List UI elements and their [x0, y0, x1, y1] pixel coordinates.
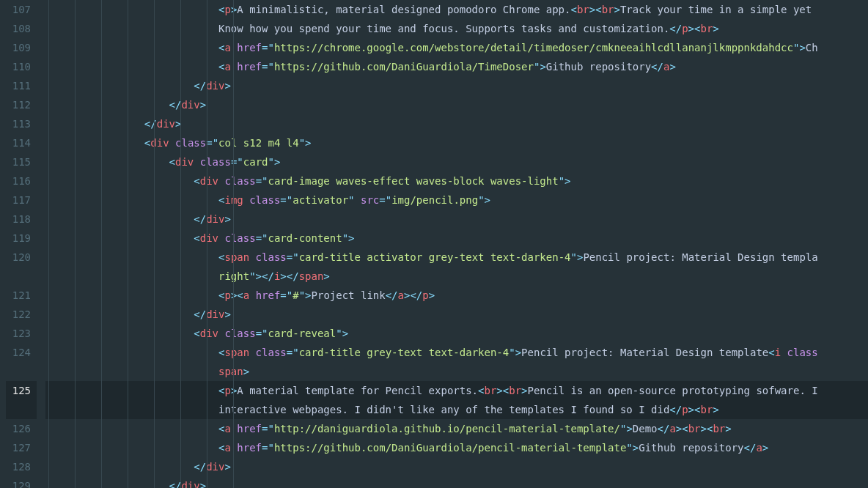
token-p: <: [194, 328, 199, 339]
code-line[interactable]: </div>: [45, 305, 868, 324]
code-line[interactable]: <div class="card">: [45, 152, 868, 171]
code-line[interactable]: </div>: [45, 457, 868, 476]
code-line[interactable]: <div class="col s12 m4 l4">: [45, 133, 868, 152]
line-number[interactable]: 116: [6, 171, 37, 191]
token-p: ": [626, 442, 632, 454]
code-line[interactable]: </div>: [45, 95, 868, 114]
line-number[interactable]: 123: [6, 324, 37, 343]
token-p: ": [268, 156, 274, 168]
token-t: a: [224, 423, 230, 435]
token-p: </: [658, 423, 670, 435]
code-line[interactable]: <a href="https://chrome.google.com/webst…: [45, 38, 868, 57]
code-line[interactable]: <span class="card-title activator grey-t…: [45, 248, 868, 267]
code-area[interactable]: <p>A minimalistic, material designed pom…: [43, 0, 868, 488]
indent: [45, 42, 218, 53]
line-number[interactable]: 122: [6, 305, 37, 324]
token-p: </: [194, 461, 206, 473]
token-a: class: [787, 347, 818, 358]
token-s: activator: [293, 194, 348, 206]
code-line[interactable]: </div>: [45, 476, 868, 488]
token-t: br: [485, 385, 497, 396]
code-line[interactable]: </div>: [45, 114, 868, 133]
line-number[interactable]: 107: [6, 0, 37, 19]
code-editor[interactable]: 1071081091101111121131141151161171181191…: [0, 0, 868, 488]
token-p: >: [200, 99, 206, 111]
code-line[interactable]: span>: [45, 362, 868, 381]
token-p: ": [293, 347, 298, 358]
code-line[interactable]: right"></i></span>: [45, 267, 868, 286]
token-t: br: [509, 385, 521, 396]
line-number[interactable]: [6, 267, 37, 286]
token-p: >: [669, 61, 675, 73]
token-s: card: [243, 156, 268, 168]
line-number[interactable]: [6, 362, 37, 381]
line-number[interactable]: 121: [6, 286, 37, 305]
code-line[interactable]: Know how you spend your time and focus. …: [45, 19, 868, 38]
token-s: card-title grey-text text-darken-4: [299, 347, 510, 358]
line-number[interactable]: 120: [6, 248, 37, 267]
line-number[interactable]: 108: [6, 19, 37, 38]
code-line[interactable]: <div class="card-reveal">: [45, 324, 868, 343]
code-line[interactable]: </div>: [45, 76, 868, 95]
code-line[interactable]: <span class="card-title grey-text text-d…: [45, 343, 868, 362]
line-number[interactable]: 115: [6, 152, 37, 171]
line-number[interactable]: 113: [6, 114, 37, 133]
token-p: </: [669, 404, 682, 415]
line-number[interactable]: 117: [6, 191, 37, 210]
code-line[interactable]: </div>: [45, 210, 868, 229]
token-a: class: [224, 328, 255, 339]
code-line[interactable]: <p>A minimalistic, material designed pom…: [45, 0, 868, 19]
line-number[interactable]: 112: [6, 95, 37, 114]
token-p: ": [299, 289, 305, 301]
code-line[interactable]: <img class="activator" src="img/pencil.p…: [45, 191, 868, 210]
token-x: Ch: [806, 42, 818, 53]
token-t: a: [224, 442, 230, 454]
code-line[interactable]: <p><a href="#">Project link</a></p>: [45, 286, 868, 305]
line-number[interactable]: 127: [6, 438, 37, 457]
token-w: [249, 289, 255, 301]
token-s: https://github.com/DaniGuardiola/pencil-…: [274, 442, 626, 454]
token-p: ><: [701, 423, 713, 435]
indent: [45, 137, 144, 149]
token-a: class: [256, 347, 287, 358]
token-p: =: [256, 328, 262, 339]
line-number[interactable]: 118: [6, 210, 37, 229]
code-line[interactable]: <a href="https://github.com/DaniGuardiol…: [45, 57, 868, 76]
code-line[interactable]: <a href="https://github.com/DaniGuardiol…: [45, 438, 868, 457]
token-p: ": [336, 328, 342, 339]
token-p: </: [144, 118, 157, 130]
token-s: card-title activator grey-text text-dark…: [299, 251, 571, 263]
token-t: p: [224, 385, 230, 396]
token-p: =: [287, 347, 293, 358]
token-p: >: [633, 442, 639, 454]
token-p: =: [280, 194, 286, 206]
token-x: Project link: [312, 289, 386, 301]
token-p: >: [515, 347, 521, 358]
token-p: </: [169, 99, 182, 111]
line-number[interactable]: 111: [6, 76, 37, 95]
indent: [45, 213, 194, 225]
line-number[interactable]: 110: [6, 57, 37, 76]
code-line[interactable]: <p>A material template for Pencil export…: [45, 381, 868, 400]
token-p: ": [342, 232, 348, 244]
line-number[interactable]: 114: [6, 133, 37, 152]
code-line[interactable]: <div class="card-image waves-effect wave…: [45, 171, 868, 191]
line-number[interactable]: 129: [6, 476, 37, 488]
line-number[interactable]: 119: [6, 229, 37, 248]
indent: [45, 175, 194, 187]
token-s: card-content: [268, 232, 342, 244]
token-t: span: [224, 347, 249, 358]
line-number[interactable]: [6, 400, 37, 419]
token-p: ": [249, 270, 255, 282]
token-p: ": [571, 251, 577, 263]
line-number[interactable]: 128: [6, 457, 37, 476]
token-p: >: [224, 80, 230, 92]
line-number[interactable]: 124: [6, 343, 37, 362]
line-number[interactable]: 125: [6, 381, 37, 400]
code-line[interactable]: <div class="card-content">: [45, 229, 868, 248]
line-number[interactable]: 109: [6, 38, 37, 57]
line-number[interactable]: 126: [6, 419, 37, 438]
token-p: >: [713, 404, 718, 415]
code-line[interactable]: <a href="http://daniguardiola.github.io/…: [45, 419, 868, 438]
code-line[interactable]: interactive webpages. I didn't like any …: [45, 400, 868, 419]
